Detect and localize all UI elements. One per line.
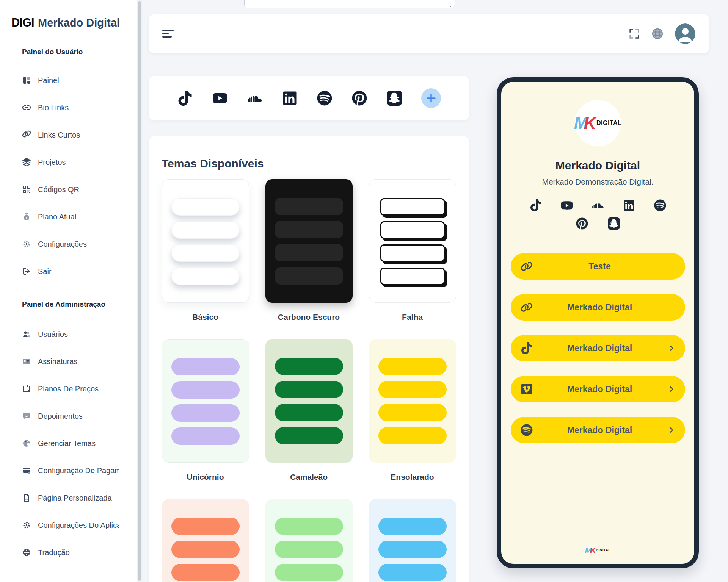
youtube-icon[interactable] [212,90,228,106]
theme-ensolarado: Ensolarado [369,339,456,484]
sidebar-item-sair[interactable]: Sair [0,258,137,285]
phone-button-teste[interactable]: Teste [511,253,685,280]
phone-button-spotify[interactable]: Merkado Digital [511,417,685,443]
sidebar-item-painel[interactable]: Painel [0,67,137,94]
user-avatar[interactable] [675,23,695,44]
language-globe-icon[interactable] [651,27,664,41]
description-textarea[interactable] [244,0,455,8]
topbar [149,14,709,53]
themes-title: Temas Disponíveis [162,157,456,170]
sidebar-item-depoimentos[interactable]: Depoimentos [0,402,137,430]
sidebar-item-bio-links[interactable]: Bio Links [0,94,137,121]
sidebar-item-configuracoes[interactable]: Configurações [0,230,137,258]
theme-name: Falha [402,313,423,324]
sidebar-item-links-curtos[interactable]: Links Curtos [0,121,137,149]
sidebar-item-pagina-personalizada[interactable]: Página Personalizada [0,484,137,512]
linkedin-icon[interactable] [282,90,298,106]
spotify-icon [521,424,533,436]
spotify-icon[interactable] [317,90,333,106]
brand-name: Merkado Digital [38,17,120,29]
mk-digital-footer-logo: MKDIGITAL [585,546,611,555]
linkedin-icon[interactable] [623,199,635,211]
theme-name: Ensolarado [391,472,434,484]
pinterest-icon[interactable] [351,90,367,106]
tiktok-icon[interactable] [530,199,542,211]
theme-preview-cut-off-2[interactable] [265,499,353,582]
phone-profile-subtitle: Merkado Demonstração Digital. [542,177,653,186]
app-logo-text: DIGI [11,16,34,29]
theme-preview-carbono-escuro[interactable] [265,179,353,303]
youtube-icon[interactable] [561,199,573,211]
phone-button-vimeo[interactable]: Merkado Digital [511,376,685,402]
sidebar-item-configuracao-de-pagamento[interactable]: Configuração De Pagamento [0,457,137,484]
theme-name: Unicórnio [187,472,224,484]
theme-cut-off-1 [162,499,249,582]
sidebar: DIGI Merkado Digital Painel do Usuário P… [0,0,137,582]
dashboard-icon [22,76,31,85]
theme-preview-falha[interactable] [369,179,456,303]
link-icon [521,260,533,272]
sidebar-section-user: Painel do Usuário [22,48,137,56]
chevron-right-icon [667,385,675,393]
users-icon [22,330,31,339]
bio-links-icon [22,103,31,112]
theme-preview-camaleao[interactable] [265,339,353,463]
phone-social-row-2 [576,217,620,230]
app-logo: DIGI [11,16,36,30]
phone-button-link[interactable]: Merkado Digital [511,294,685,321]
theme-preview-cut-off-1[interactable] [162,499,249,582]
brand: DIGI Merkado Digital [0,0,137,33]
custom-page-icon [22,493,31,502]
palette-icon [22,439,31,448]
add-social-button[interactable] [421,88,441,108]
mk-digital-logo: MKDIGITAL [574,114,622,133]
sidebar-item-planos-de-precos[interactable]: Planos De Preços [0,375,137,402]
theme-preview-basico[interactable] [162,179,249,303]
tiktok-icon[interactable] [177,90,193,106]
spotify-icon[interactable] [654,199,666,211]
theme-cut-off-2 [265,499,353,582]
sidebar-item-usuarios[interactable]: Usuários [0,321,137,348]
theme-camaleao: Camaleão [265,339,353,484]
translate-globe-icon [22,548,31,557]
sidebar-item-plano-atual[interactable]: $ Plano Atual [0,203,137,230]
fullscreen-icon[interactable] [629,28,640,39]
sidebar-item-configuracoes-do-aplicativo[interactable]: Configurações Do Aplicativo [0,512,137,539]
theme-name: Básico [192,313,218,324]
themes-card: Temas Disponíveis Básico Carbono Escuro … [149,136,469,582]
theme-grid: Básico Carbono Escuro Falha Unicórnio Ca… [162,179,456,582]
testimonial-icon [22,411,31,421]
snapchat-icon[interactable] [608,217,620,230]
money-bag-icon: $ [22,212,31,221]
pinterest-icon[interactable] [576,217,588,230]
calendar-edit-icon [22,384,31,393]
qr-code-icon [22,185,31,194]
theme-preview-unicornio[interactable] [162,339,249,463]
phone-button-tiktok[interactable]: Merkado Digital [511,335,685,361]
chevron-right-icon [667,426,675,434]
sidebar-scrollbar[interactable] [137,0,142,582]
sidebar-item-projetos[interactable]: Projetos [0,149,137,176]
theme-preview-cut-off-3[interactable] [369,499,456,582]
sidebar-item-gerenciar-temas[interactable]: Gerenciar Temas [0,430,137,457]
soundcloud-icon[interactable] [592,199,604,211]
theme-name: Carbono Escuro [278,313,340,324]
sidebar-section-admin: Painel de Administração [22,300,137,308]
hamburger-menu-icon[interactable] [162,30,174,38]
credit-card-icon [22,466,31,475]
theme-preview-ensolarado[interactable] [369,339,456,463]
phone-preview: MKDIGITAL Merkado Digital Merkado Demons… [497,77,699,568]
social-icons-card [149,76,469,120]
vimeo-icon [521,383,533,395]
sidebar-scrollbar-thumb[interactable] [138,1,141,581]
sidebar-item-traducao[interactable]: Tradução [0,539,137,566]
phone-profile-title: Merkado Digital [555,159,640,172]
theme-name: Camaleão [290,472,328,484]
phone-social-row-1 [530,199,666,211]
sidebar-item-codigos-qr[interactable]: Códigos QR [0,176,137,203]
soundcloud-icon[interactable] [247,90,263,106]
sidebar-item-assinaturas[interactable]: Assinaturas [0,348,137,375]
svg-text:$: $ [26,216,28,219]
snapchat-icon[interactable] [386,90,402,106]
theme-cut-off-3 [369,499,456,582]
